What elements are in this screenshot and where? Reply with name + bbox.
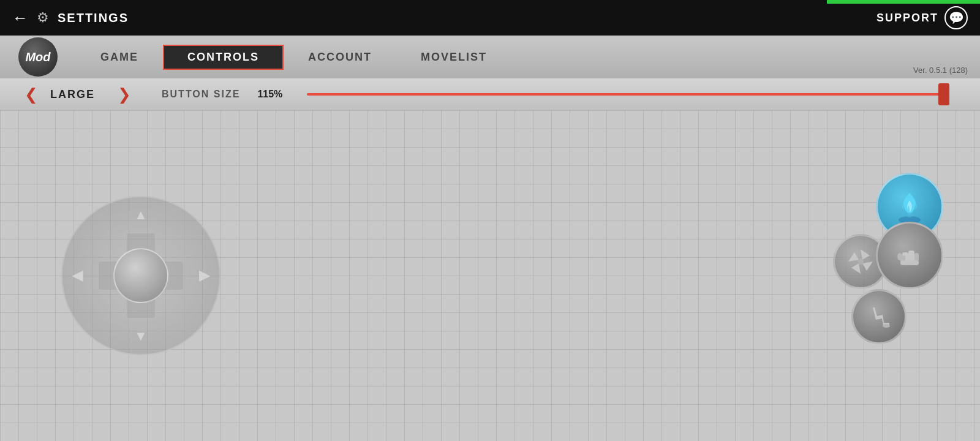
settings-title: SETTINGS <box>58 11 129 25</box>
support-label: SUPPORT <box>876 12 938 24</box>
svg-point-6 <box>858 258 864 265</box>
nav-bar: Mod GAME CONTROLS ACCOUNT MOVELIST Ver. … <box>0 36 980 78</box>
gear-icon: ⚙ <box>37 10 49 26</box>
punch-button[interactable] <box>876 222 943 289</box>
version-label: Ver. 0.5.1 (128) <box>913 66 968 75</box>
kick-icon <box>864 301 894 332</box>
dpad-right-arrow: ▶ <box>199 268 209 284</box>
top-bar-left: ← ⚙ SETTINGS <box>12 10 129 26</box>
size-value-label: LARGE <box>50 88 105 101</box>
support-area[interactable]: SUPPORT 💬 <box>876 6 968 29</box>
dpad[interactable]: ▲ ▼ ◀ ▶ <box>61 196 221 355</box>
dpad-down-arrow: ▼ <box>134 328 148 344</box>
slider-thumb[interactable] <box>938 83 949 105</box>
back-button[interactable]: ← <box>12 10 28 26</box>
tab-game[interactable]: GAME <box>76 45 163 70</box>
svg-rect-10 <box>914 253 919 262</box>
tab-controls[interactable]: CONTROLS <box>163 45 284 70</box>
button-size-label: BUTTON SIZE <box>162 89 240 100</box>
svg-marker-2 <box>861 249 870 260</box>
tab-movelist[interactable]: MOVELIST <box>396 45 511 70</box>
slider-track <box>307 93 949 96</box>
size-percent-value: 115% <box>257 89 282 100</box>
prev-size-button[interactable]: ❮ <box>24 85 38 104</box>
svg-point-13 <box>883 324 890 328</box>
green-bar <box>827 0 980 4</box>
support-icon[interactable]: 💬 <box>944 6 968 29</box>
top-bar: ← ⚙ SETTINGS SUPPORT 💬 <box>0 0 980 36</box>
svg-point-1 <box>906 213 913 217</box>
svg-rect-11 <box>900 260 919 265</box>
dpad-center <box>113 248 168 303</box>
fire-icon <box>891 188 928 225</box>
svg-marker-5 <box>848 252 859 262</box>
svg-point-12 <box>897 253 902 260</box>
svg-marker-4 <box>851 263 861 274</box>
button-size-slider[interactable] <box>307 93 949 96</box>
punch-icon <box>891 237 928 274</box>
dpad-outer: ▲ ▼ ◀ ▶ <box>61 196 221 355</box>
action-buttons <box>833 173 943 344</box>
dpad-up-arrow: ▲ <box>134 207 148 223</box>
kick-button[interactable] <box>851 289 907 344</box>
nav-tabs: GAME CONTROLS ACCOUNT MOVELIST <box>76 45 962 70</box>
tab-account[interactable]: ACCOUNT <box>284 45 396 70</box>
controls-options-bar: ❮ LARGE ❯ BUTTON SIZE 115% <box>0 78 980 110</box>
svg-marker-3 <box>862 262 873 271</box>
controls-canvas: ▲ ▼ ◀ ▶ <box>0 110 980 441</box>
logo: Mod <box>18 37 58 77</box>
next-size-button[interactable]: ❯ <box>118 85 131 104</box>
shuriken-icon <box>845 246 876 277</box>
dpad-left-arrow: ◀ <box>72 268 83 284</box>
